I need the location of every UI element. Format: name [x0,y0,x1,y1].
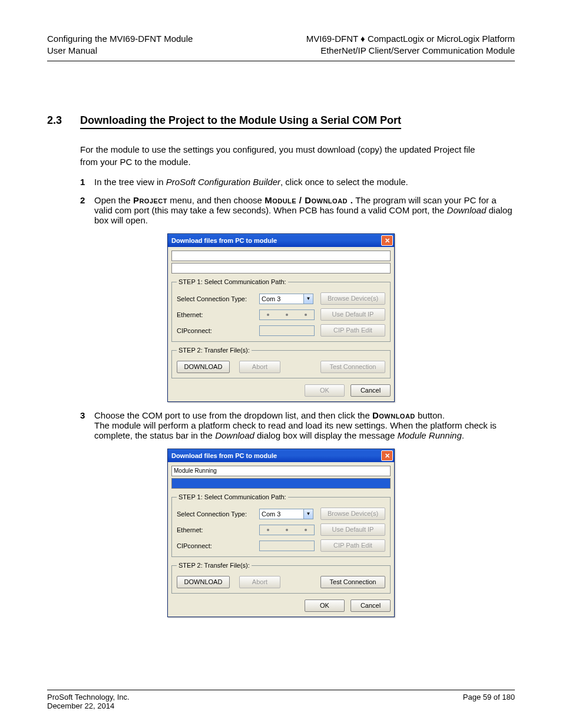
label-connection-type: Select Connection Type: [177,510,259,518]
status-field-1 [171,251,391,261]
step2-fieldset: STEP 2: Transfer File(s): DOWNLOAD Abort… [171,347,391,378]
diamond-icon: ♦ [361,34,365,44]
step-text: Choose the COM port to use from the drop… [94,410,515,440]
label-ethernet: Ethernet: [177,311,259,318]
step-3: 3 Choose the COM port to use from the dr… [80,410,515,440]
step2-legend: STEP 2: Transfer File(s): [177,562,252,569]
cipconnect-field [259,541,315,551]
footer-date: December 22, 2014 [47,701,114,710]
download-dialog-running: Download files from PC to module ✕ Modul… [167,449,395,617]
connection-type-select[interactable]: Com 3 ▼ [259,294,317,304]
intro-paragraph: For the module to use the settings you c… [80,143,492,169]
header-right: MVI69-DFNT ♦ CompactLogix or MicroLogix … [306,33,515,57]
abort-button: Abort [239,361,280,373]
dialog-titlebar[interactable]: Download files from PC to module ✕ [168,234,394,247]
cipconnect-field [259,325,315,336]
step2-fieldset: STEP 2: Transfer File(s): DOWNLOAD Abort… [171,562,391,594]
label-connection-type: Select Connection Type: [177,295,259,302]
step-2: 2 Open the Project menu, and then choose… [80,195,515,225]
abort-button: Abort [239,576,280,588]
section-title: Downloading the Project to the Module Us… [80,114,401,129]
cip-path-edit-button: CIP Path Edit [320,324,385,337]
ok-button: OK [305,384,345,397]
cancel-button[interactable]: Cancel [351,384,391,397]
step2-legend: STEP 2: Transfer File(s): [177,347,252,354]
step-number: 3 [80,410,94,440]
label-ethernet: Ethernet: [177,526,259,533]
label-cipconnect: CIPconnect: [177,327,259,334]
footer-rule [47,690,515,690]
step1-legend: STEP 1: Select Communication Path: [177,493,288,500]
browse-devices-button: Browse Device(s) [320,292,385,305]
header-right-line1: MVI69-DFNT ♦ CompactLogix or MicroLogix … [306,33,515,45]
use-default-ip-button: Use Default IP [320,308,385,321]
close-icon[interactable]: ✕ [381,235,393,246]
connection-type-value: Com 3 [259,509,304,519]
footer-company: ProSoft Technology, Inc. [47,693,130,701]
step-number: 2 [80,195,94,225]
page-header: Configuring the MVI69-DFNT Module User M… [47,33,515,57]
status-field-1: Module Running [171,466,391,476]
chevron-down-icon[interactable]: ▼ [304,294,313,304]
test-connection-button: Test Connection [320,361,385,373]
step1-fieldset: STEP 1: Select Communication Path: Selec… [171,493,391,557]
cancel-button[interactable]: Cancel [351,599,391,612]
header-left: Configuring the MVI69-DFNT Module User M… [47,33,193,57]
use-default-ip-button: Use Default IP [320,523,385,536]
step1-legend: STEP 1: Select Communication Path: [177,278,288,285]
dialog-title: Download files from PC to module [171,237,277,244]
chevron-down-icon[interactable]: ▼ [304,509,313,519]
status-field-2 [171,263,391,274]
header-left-line2: User Manual [47,45,193,57]
browse-devices-button: Browse Device(s) [320,508,385,520]
step-1: 1 In the tree view in ProSoft Configurat… [80,177,515,187]
download-button[interactable]: DOWNLOAD [177,576,230,588]
step-text: In the tree view in ProSoft Configuratio… [94,177,515,187]
footer-page: Page 59 of 180 [463,693,515,701]
dialog-titlebar[interactable]: Download files from PC to module ✕ [168,449,394,462]
section-number: 2.3 [47,114,80,129]
label-cipconnect: CIPconnect: [177,542,259,549]
download-button[interactable]: DOWNLOAD [177,361,230,373]
dialog-title: Download files from PC to module [171,452,277,459]
header-right-line2: EtherNet/IP Client/Server Communication … [306,45,515,57]
ok-button[interactable]: OK [305,599,345,612]
download-dialog: Download files from PC to module ✕ STEP … [167,233,395,402]
header-rule [47,61,515,61]
header-left-line1: Configuring the MVI69-DFNT Module [47,33,193,45]
page-footer: ProSoft Technology, Inc. Page 59 of 180 … [47,690,515,710]
step-text: Open the Project menu, and then choose M… [94,195,515,225]
connection-type-select[interactable]: Com 3 ▼ [259,509,317,519]
ethernet-ip-field [259,525,315,535]
step1-fieldset: STEP 1: Select Communication Path: Selec… [171,278,391,342]
cip-path-edit-button: CIP Path Edit [320,539,385,552]
close-icon[interactable]: ✕ [381,450,393,461]
section-heading: 2.3 Downloading the Project to the Modul… [47,114,515,129]
progress-bar [171,478,391,489]
ethernet-ip-field [259,309,315,320]
test-connection-button[interactable]: Test Connection [320,576,385,588]
step-number: 1 [80,177,94,187]
connection-type-value: Com 3 [259,294,304,304]
